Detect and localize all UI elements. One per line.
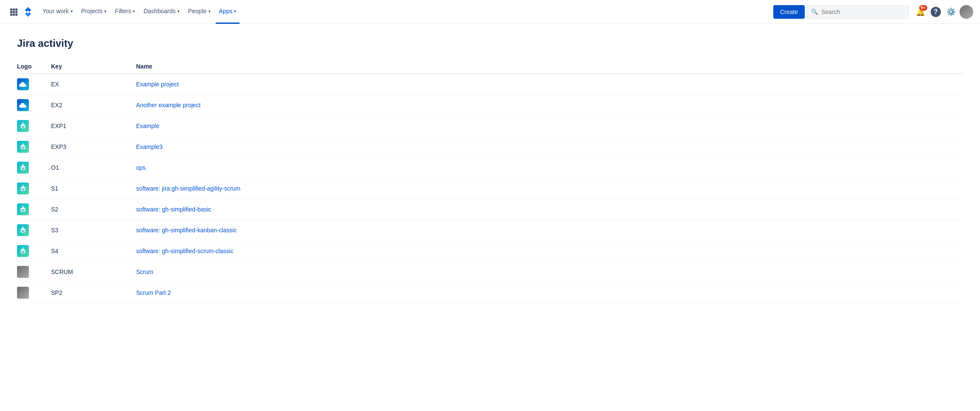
project-name-link[interactable]: Scrum Part 2 xyxy=(136,289,171,296)
project-name-cell[interactable]: software: gh-simplified-basic xyxy=(136,199,963,220)
help-button[interactable]: ? xyxy=(929,5,943,19)
svg-point-33 xyxy=(23,188,25,190)
project-logo xyxy=(17,162,29,174)
navbar: Your work ▾ Projects ▾ Filters ▾ Dashboa… xyxy=(0,0,980,24)
project-key: EX xyxy=(51,81,59,88)
project-key: S4 xyxy=(51,248,58,254)
project-name-cell[interactable]: Scrum xyxy=(136,262,963,283)
svg-rect-8 xyxy=(15,14,17,16)
project-logo-cell xyxy=(17,241,51,262)
svg-point-25 xyxy=(21,168,23,169)
chevron-down-icon: ▾ xyxy=(234,9,236,14)
create-button[interactable]: Create xyxy=(773,5,805,19)
project-key: SP2 xyxy=(51,289,62,296)
svg-rect-51 xyxy=(21,249,26,253)
project-name-link[interactable]: Scrum xyxy=(136,268,153,275)
project-name-cell[interactable]: Example xyxy=(136,116,963,137)
project-logo-cell xyxy=(17,137,51,157)
project-name-cell[interactable]: software: jira:gh-simplified-agility-scr… xyxy=(136,178,963,199)
nav-your-work[interactable]: Your work ▾ xyxy=(39,0,76,24)
project-name-cell[interactable]: software: gh-simplified-kanban-classic xyxy=(136,220,963,241)
project-name-link[interactable]: software: gh-simplified-kanban-classic xyxy=(136,227,237,234)
project-name-cell[interactable]: Example project xyxy=(136,74,963,95)
project-name-link[interactable]: Example xyxy=(136,123,159,129)
project-key: S2 xyxy=(51,206,58,213)
project-key: S1 xyxy=(51,185,58,192)
svg-point-18 xyxy=(21,147,23,148)
search-bar[interactable]: 🔍 xyxy=(806,5,909,19)
col-logo: Logo xyxy=(17,60,51,74)
svg-rect-2 xyxy=(15,9,17,11)
project-name-link[interactable]: software: gh-simplified-basic xyxy=(136,206,211,213)
project-name-cell[interactable]: Another example project xyxy=(136,95,963,116)
svg-rect-38 xyxy=(22,207,24,208)
svg-rect-13 xyxy=(22,127,24,128)
project-key-cell: S2 xyxy=(51,199,136,220)
settings-button[interactable]: ⚙️ xyxy=(944,5,958,19)
notifications-button[interactable]: 🔔 9+ xyxy=(914,5,927,19)
project-key-cell: S3 xyxy=(51,220,136,241)
table-row: EXP3Example3 xyxy=(17,137,963,157)
project-logo xyxy=(17,99,29,111)
svg-rect-7 xyxy=(13,14,15,16)
project-logo-cell xyxy=(17,262,51,283)
grid-menu-icon[interactable] xyxy=(7,5,20,19)
svg-rect-20 xyxy=(22,148,24,148)
nav-dashboards[interactable]: Dashboards ▾ xyxy=(140,0,183,24)
table-row: S2software: gh-simplified-basic xyxy=(17,199,963,220)
project-name-cell[interactable]: ops xyxy=(136,157,963,178)
svg-rect-44 xyxy=(21,228,26,232)
svg-rect-45 xyxy=(22,228,24,229)
project-key: EXP1 xyxy=(51,123,66,129)
project-logo-cell xyxy=(17,283,51,303)
project-name-link[interactable]: ops xyxy=(136,164,146,171)
svg-point-12 xyxy=(23,126,25,127)
table-row: SCRUMScrum xyxy=(17,262,963,283)
svg-point-47 xyxy=(23,230,25,231)
gear-icon: ⚙️ xyxy=(946,7,956,17)
project-logo-cell xyxy=(17,157,51,178)
project-logo xyxy=(17,141,29,153)
svg-point-50 xyxy=(23,226,23,227)
help-icon: ? xyxy=(931,7,941,17)
svg-rect-24 xyxy=(22,165,24,166)
nav-people[interactable]: People ▾ xyxy=(185,0,214,24)
project-logo xyxy=(17,120,29,132)
col-name: Name xyxy=(136,60,963,74)
project-key-cell: S1 xyxy=(51,178,136,199)
svg-point-22 xyxy=(23,143,23,144)
svg-point-26 xyxy=(23,168,25,169)
jira-logo[interactable] xyxy=(22,6,34,18)
svg-point-32 xyxy=(21,188,23,190)
project-name-cell[interactable]: Scrum Part 2 xyxy=(136,283,963,303)
svg-rect-27 xyxy=(22,169,24,169)
project-name-cell[interactable]: Example3 xyxy=(136,137,963,157)
project-key-cell: EX2 xyxy=(51,95,136,116)
project-logo xyxy=(17,224,29,236)
project-key: O1 xyxy=(51,164,59,171)
project-logo-cell xyxy=(17,116,51,137)
col-key: Key xyxy=(51,60,136,74)
project-name-link[interactable]: software: jira:gh-simplified-agility-scr… xyxy=(136,185,240,192)
svg-point-36 xyxy=(23,185,23,186)
table-row: EX2Another example project xyxy=(17,95,963,116)
nav-projects[interactable]: Projects ▾ xyxy=(78,0,110,24)
project-logo-cell xyxy=(17,220,51,241)
project-key-cell: EX xyxy=(51,74,136,95)
chevron-down-icon: ▾ xyxy=(104,9,106,14)
project-name-link[interactable]: Example3 xyxy=(136,143,162,150)
project-name-link[interactable]: Another example project xyxy=(136,102,201,108)
svg-point-53 xyxy=(21,251,23,252)
svg-point-46 xyxy=(21,230,23,231)
nav-filters[interactable]: Filters ▾ xyxy=(111,0,138,24)
project-name-link[interactable]: Example project xyxy=(136,81,179,88)
user-avatar[interactable] xyxy=(960,5,973,19)
svg-point-39 xyxy=(21,209,23,211)
chevron-down-icon: ▾ xyxy=(71,9,73,14)
chevron-down-icon: ▾ xyxy=(208,9,211,14)
svg-point-54 xyxy=(23,251,25,252)
search-input[interactable] xyxy=(821,9,904,15)
project-name-cell[interactable]: software: gh-simplified-scrum-classic xyxy=(136,241,963,262)
project-name-link[interactable]: software: gh-simplified-scrum-classic xyxy=(136,248,234,254)
nav-apps[interactable]: Apps ▾ xyxy=(216,0,240,24)
